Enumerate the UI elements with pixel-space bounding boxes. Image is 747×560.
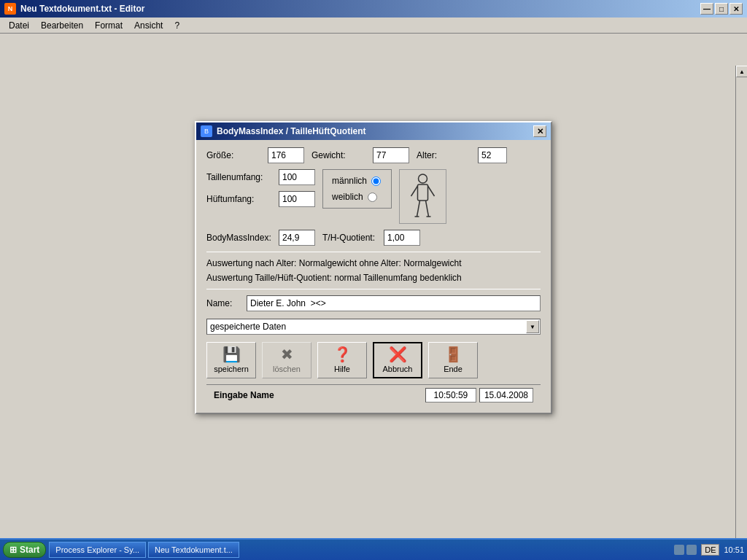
row-bmi-thq: BodyMassIndex: T/H-Quotient: bbox=[206, 230, 541, 246]
window-title: Neu Textdokument.txt - Editor bbox=[20, 4, 144, 14]
status-label: Eingabe Name bbox=[214, 390, 274, 400]
dropdown-row: gespeicherte Daten ▼ bbox=[206, 319, 541, 335]
abbruch-label: Abbruch bbox=[383, 365, 413, 373]
tray-icon-1 bbox=[674, 545, 684, 555]
title-bar: N Neu Textdokument.txt - Editor — □ ✕ bbox=[0, 0, 747, 18]
svg-line-4 bbox=[417, 201, 420, 217]
svg-line-5 bbox=[426, 201, 429, 217]
bmi-pair: BodyMassIndex: bbox=[206, 230, 315, 246]
weiblich-radio[interactable] bbox=[368, 192, 377, 202]
status-time: 10:50:59 bbox=[425, 388, 476, 402]
status-right: 10:50:59 15.04.2008 bbox=[425, 388, 533, 402]
dialog-overlay: B BodyMassIndex / TailleHüftQuotient ✕ G… bbox=[0, 34, 747, 560]
dialog-body: Größe: Gewicht: Alter: bbox=[196, 140, 551, 413]
maennlich-row: männlich bbox=[332, 176, 382, 186]
separator-1 bbox=[206, 252, 541, 252]
help-icon: ❓ bbox=[333, 347, 352, 362]
dialog-icon: B bbox=[201, 125, 212, 137]
taille-input[interactable] bbox=[279, 169, 315, 185]
taskbar-item-process-explorer[interactable]: Process Explorer - Sy... bbox=[49, 542, 146, 558]
svg-line-3 bbox=[428, 186, 435, 196]
tray-icons bbox=[674, 545, 697, 555]
groesse-label: Größe: bbox=[206, 150, 265, 160]
thq-input[interactable] bbox=[384, 230, 420, 246]
bmi-dialog: B BodyMassIndex / TailleHüftQuotient ✕ G… bbox=[195, 121, 552, 414]
name-input[interactable] bbox=[247, 295, 541, 311]
maennlich-radio[interactable] bbox=[371, 176, 381, 186]
menu-format[interactable]: Format bbox=[89, 19, 128, 32]
svg-point-0 bbox=[419, 174, 427, 183]
thq-label: T/H-Quotient: bbox=[322, 233, 381, 243]
taskbar: ⊞ Start Process Explorer - Sy... Neu Tex… bbox=[0, 538, 747, 560]
alter-label: Alter: bbox=[417, 150, 475, 160]
menu-ansicht[interactable]: Ansicht bbox=[128, 19, 169, 32]
start-icon: ⊞ bbox=[9, 545, 17, 555]
speichern-label: speichern bbox=[214, 365, 249, 373]
gewicht-label: Gewicht: bbox=[311, 150, 370, 160]
tray-icon-2 bbox=[686, 545, 697, 555]
title-bar-buttons: — □ ✕ bbox=[700, 3, 743, 15]
name-row: Name: bbox=[206, 295, 541, 311]
svg-rect-1 bbox=[418, 184, 428, 201]
app-icon: N bbox=[4, 3, 16, 15]
result-line-2: Auswertung Taille/Hüft-Quotient: normal … bbox=[206, 273, 541, 283]
start-label: Start bbox=[20, 545, 39, 555]
loeschen-label: löschen bbox=[273, 365, 301, 373]
body-figure-svg bbox=[406, 173, 439, 220]
taskbar-items: Process Explorer - Sy... Neu Textdokumen… bbox=[49, 542, 671, 558]
thq-pair: T/H-Quotient: bbox=[322, 230, 420, 246]
svg-line-2 bbox=[411, 186, 418, 196]
cancel-icon: ❌ bbox=[389, 347, 407, 362]
ende-label: Ende bbox=[444, 365, 462, 373]
row-groesse-gewicht-alter: Größe: Gewicht: Alter: bbox=[206, 147, 541, 163]
alter-input[interactable] bbox=[478, 147, 507, 163]
ende-button[interactable]: 🚪 Ende bbox=[428, 342, 478, 378]
save-icon: 💾 bbox=[222, 347, 241, 362]
menu-help[interactable]: ? bbox=[169, 19, 185, 32]
bmi-input[interactable] bbox=[279, 230, 315, 246]
dialog-title: BodyMassIndex / TailleHüftQuotient bbox=[217, 126, 365, 136]
main-area: ▲ B BodyMassIndex / TailleHüftQuotient ✕ bbox=[0, 34, 747, 560]
minimize-button[interactable]: — bbox=[700, 3, 713, 15]
dialog-close-button[interactable]: ✕ bbox=[533, 125, 546, 137]
end-icon: 🚪 bbox=[444, 347, 462, 362]
groesse-input[interactable] bbox=[268, 147, 304, 163]
dialog-status-bar: Eingabe Name 10:50:59 15.04.2008 bbox=[206, 384, 541, 405]
close-button[interactable]: ✕ bbox=[729, 3, 743, 15]
maximize-button[interactable]: □ bbox=[715, 3, 728, 15]
title-bar-left: N Neu Textdokument.txt - Editor bbox=[4, 3, 144, 15]
menu-bearbeiten[interactable]: Bearbeiten bbox=[35, 19, 89, 32]
speichern-button[interactable]: 💾 speichern bbox=[206, 342, 256, 378]
delete-icon: ✖ bbox=[281, 347, 293, 362]
hueft-label: Hüftumfang: bbox=[206, 194, 276, 204]
name-label: Name: bbox=[206, 298, 239, 308]
figure-display bbox=[399, 169, 446, 224]
hueft-pair: Hüftumfang: bbox=[206, 191, 315, 207]
window-frame: N Neu Textdokument.txt - Editor — □ ✕ Da… bbox=[0, 0, 747, 560]
weiblich-row: weiblich bbox=[332, 192, 382, 202]
hilfe-button[interactable]: ❓ Hilfe bbox=[317, 342, 367, 378]
language-indicator: DE bbox=[701, 544, 719, 556]
weiblich-label: weiblich bbox=[332, 192, 363, 202]
dialog-title-left: B BodyMassIndex / TailleHüftQuotient bbox=[201, 125, 365, 137]
taille-label: Taillenumfang: bbox=[206, 172, 276, 182]
button-row: 💾 speichern ✖ löschen ❓ Hilfe ❌ bbox=[206, 342, 541, 378]
taskbar-item-textdokument[interactable]: Neu Textdokument.t... bbox=[148, 542, 239, 558]
saved-data-dropdown[interactable]: gespeicherte Daten bbox=[206, 319, 541, 335]
hilfe-label: Hilfe bbox=[334, 365, 350, 373]
menu-datei[interactable]: Datei bbox=[3, 19, 35, 32]
gewicht-pair: Gewicht: bbox=[311, 147, 409, 163]
result-line-1: Auswertung nach Alter: Normalgewicht ohn… bbox=[206, 258, 541, 268]
taille-pair: Taillenumfang: bbox=[206, 169, 315, 185]
system-clock: 10:51 bbox=[724, 545, 744, 554]
abbruch-button[interactable]: ❌ Abbruch bbox=[373, 342, 422, 378]
start-button[interactable]: ⊞ Start bbox=[3, 542, 46, 558]
alter-pair: Alter: bbox=[417, 147, 507, 163]
groesse-pair: Größe: bbox=[206, 147, 304, 163]
gender-group: männlich weiblich bbox=[322, 169, 392, 209]
loeschen-button[interactable]: ✖ löschen bbox=[262, 342, 311, 378]
hueft-input[interactable] bbox=[279, 191, 315, 207]
maennlich-label: männlich bbox=[332, 176, 367, 186]
bmi-label: BodyMassIndex: bbox=[206, 233, 276, 243]
gewicht-input[interactable] bbox=[373, 147, 409, 163]
